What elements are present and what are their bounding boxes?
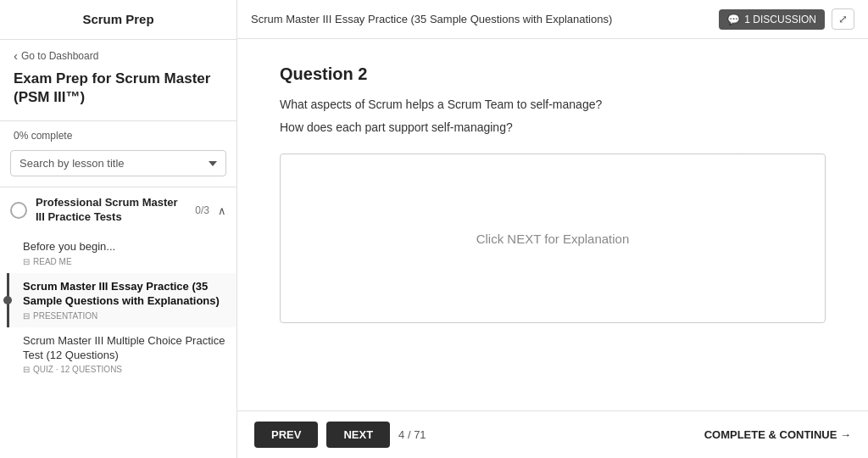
main-content: Scrum Master III Essay Practice (35 Samp… <box>237 0 868 458</box>
section-circle <box>10 202 27 219</box>
lesson-item-title: Before you begin... <box>23 240 226 254</box>
lesson-item[interactable]: Before you begin... READ ME <box>7 233 236 273</box>
complete-continue-button[interactable]: COMPLETE & CONTINUE → <box>704 428 851 441</box>
next-button[interactable]: NEXT <box>326 422 390 448</box>
sidebar: Scrum Prep Go to Dashboard Exam Prep for… <box>0 0 237 458</box>
topbar: Scrum Master III Essay Practice (35 Samp… <box>237 0 868 39</box>
section-count: 0/3 <box>195 204 209 216</box>
progress-label: 0% complete <box>0 130 236 150</box>
sidebar-nav: Go to Dashboard Exam Prep for Scrum Mast… <box>0 40 236 112</box>
expand-icon: ⤢ <box>838 13 848 25</box>
expand-button[interactable]: ⤢ <box>832 8 854 30</box>
topbar-title: Scrum Master III Essay Practice (35 Samp… <box>251 13 612 25</box>
main-footer: PREV NEXT 4 / 71 COMPLETE & CONTINUE → <box>237 411 868 458</box>
lesson-items-list: Before you begin... READ ME Scrum Master… <box>0 233 236 381</box>
app-title: Scrum Prep <box>82 12 153 26</box>
sidebar-header: Scrum Prep <box>0 0 236 40</box>
discussion-button[interactable]: 💬 1 DISCUSSION <box>719 9 825 30</box>
topbar-actions: 💬 1 DISCUSSION ⤢ <box>719 8 854 30</box>
question-line-2: How does each part support self-managing… <box>280 119 826 137</box>
discussion-label: 1 DISCUSSION <box>744 14 816 25</box>
question-number: Question 2 <box>280 64 826 84</box>
main-body: ⚙ SCRUMPREP Question 2 What aspects of S… <box>237 39 868 411</box>
search-container: Search by lesson title <box>0 150 236 187</box>
discussion-icon: 💬 <box>727 14 740 25</box>
back-to-dashboard-link[interactable]: Go to Dashboard <box>14 48 223 63</box>
answer-box: Click NEXT for Explanation <box>280 154 826 323</box>
search-input[interactable]: Search by lesson title <box>10 150 226 176</box>
lesson-item-active[interactable]: Scrum Master III Essay Practice (35 Samp… <box>7 273 236 327</box>
section-header[interactable]: Professional Scrum Master III Practice T… <box>0 187 236 233</box>
answer-placeholder: Click NEXT for Explanation <box>476 232 630 246</box>
lesson-section: Professional Scrum Master III Practice T… <box>0 187 236 381</box>
lesson-item-subtitle: QUIZ · 12 QUESTIONS <box>23 365 226 374</box>
lesson-item-subtitle: PRESENTATION <box>23 311 226 321</box>
active-dot <box>3 296 12 304</box>
divider <box>0 120 236 121</box>
section-title: Professional Scrum Master III Practice T… <box>36 196 186 225</box>
chevron-up-icon: ∧ <box>218 204 226 217</box>
course-title: Exam Prep for Scrum Master (PSM III™) <box>14 70 223 107</box>
question-line-1: What aspects of Scrum helps a Scrum Team… <box>280 96 826 114</box>
lesson-item[interactable]: Scrum Master III Multiple Choice Practic… <box>7 327 236 382</box>
page-info: 4 / 71 <box>398 428 426 441</box>
lesson-item-title: Scrum Master III Multiple Choice Practic… <box>23 334 226 363</box>
lesson-item-subtitle: READ ME <box>23 257 226 266</box>
question-area: Question 2 What aspects of Scrum helps a… <box>280 64 826 323</box>
prev-button[interactable]: PREV <box>254 422 318 448</box>
lesson-item-title: Scrum Master III Essay Practice (35 Samp… <box>23 280 226 309</box>
